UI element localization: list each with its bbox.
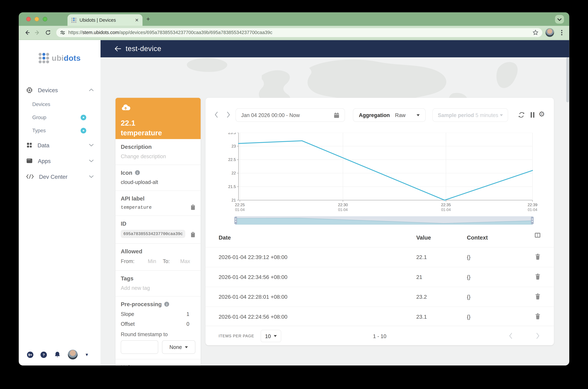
grid-icon <box>26 142 32 148</box>
navigator-right-handle[interactable] <box>531 217 534 224</box>
kebab-menu-icon <box>561 30 562 36</box>
sidebar-subitem-devices[interactable]: Devices <box>19 98 101 111</box>
copy-clipboard-icon[interactable] <box>191 232 195 238</box>
page-previous-icon[interactable] <box>509 332 513 339</box>
chart-card: Jan 04 2026 00:00 - Now Aggregation Raw <box>206 98 554 345</box>
icon-value[interactable]: cloud-upload-alt <box>121 179 195 185</box>
preprocessing-section: Pre-processing i Slope 1 Offset 0 Round … <box>115 296 201 359</box>
columns-icon[interactable] <box>535 233 541 238</box>
api-label-value[interactable]: temperature <box>121 205 195 210</box>
chart-range-navigator[interactable] <box>236 216 533 225</box>
trash-icon[interactable] <box>535 293 540 299</box>
allowed-to-value[interactable]: Max <box>180 258 190 264</box>
info-icon: i <box>135 170 140 175</box>
page-scrollbar-thumb[interactable] <box>566 57 569 102</box>
screen: Ubidots | Devices ✕ + <box>0 0 588 389</box>
navigator-left-handle[interactable] <box>234 217 237 224</box>
chevron-left-icon[interactable] <box>214 111 218 118</box>
allowed-from-label: From: <box>121 258 135 264</box>
aggregation-select[interactable]: Aggregation Raw <box>353 108 426 122</box>
sidebar-item-data[interactable]: Data <box>19 137 101 153</box>
tab-close-icon[interactable]: ✕ <box>135 18 139 23</box>
browser-menu-button[interactable] <box>556 27 567 38</box>
sidebar-item-label: Devices <box>38 87 58 93</box>
trash-icon[interactable] <box>535 273 540 280</box>
table-row[interactable]: 2026-01-04 22:28:01 +08:00 23.2 {} <box>206 287 554 307</box>
browser-profile-avatar[interactable] <box>545 28 554 37</box>
sidebar-nav: Devices Devices Group ★ Types ★ <box>19 82 101 184</box>
forward-arrow-icon <box>35 30 40 36</box>
id-value[interactable]: 695a78385534237700caa39c <box>121 230 185 238</box>
browser-toolbar: https://stem.ubidots.com/app/devices/695… <box>19 26 569 40</box>
description-placeholder[interactable]: Change description <box>121 153 195 159</box>
new-tab-button[interactable]: + <box>146 15 150 23</box>
table-row[interactable]: 2026-01-04 22:24:56 +08:00 23.1 {} <box>206 307 554 326</box>
allowed-label: Allowed <box>121 248 195 255</box>
user-menu-caret-icon[interactable]: ▼ <box>85 352 89 357</box>
forward-button[interactable] <box>32 27 43 38</box>
cell-value: 22.1 <box>416 254 427 260</box>
offset-value[interactable]: 0 <box>186 321 189 327</box>
date-range-picker[interactable]: Jan 04 2026 00:00 - Now <box>236 108 345 122</box>
offset-label: Offset <box>121 321 135 327</box>
sidebar-subitem-types[interactable]: Types ★ <box>19 124 101 137</box>
bookmark-star-icon[interactable] <box>533 30 539 36</box>
sidebar-subitem-group[interactable]: Group ★ <box>19 111 101 124</box>
svg-text:01-04: 01-04 <box>235 208 245 212</box>
chip-icon <box>26 87 33 93</box>
back-arrow-icon[interactable] <box>114 46 121 51</box>
table-row[interactable]: 2026-01-04 22:39:12 +08:00 22.1 {} <box>206 247 554 267</box>
sidebar-subitem-label: Group <box>32 115 46 120</box>
column-header-value[interactable]: Value <box>416 234 431 241</box>
svg-text:01-04: 01-04 <box>528 208 537 212</box>
svg-text:23: 23 <box>232 144 236 148</box>
sidebar-item-apps[interactable]: Apps <box>19 153 101 169</box>
table-row[interactable]: 2026-01-04 22:34:56 +08:00 21 {} <box>206 267 554 287</box>
sidebar-item-dev-center[interactable]: Dev Center <box>19 169 101 184</box>
cell-value: 23.2 <box>416 294 427 300</box>
sample-period-select[interactable]: Sample period 5 minutes <box>432 108 508 122</box>
cell-date: 2026-01-04 22:39:12 +08:00 <box>219 254 287 260</box>
description-label: Description <box>121 144 195 150</box>
browser-tab[interactable]: Ubidots | Devices ✕ <box>68 14 142 26</box>
bell-icon[interactable] <box>54 351 61 358</box>
slope-value[interactable]: 1 <box>186 311 189 317</box>
unit-section: Unit Add unit <box>115 359 201 365</box>
sidebar-footer: 9+ ? ▼ <box>27 350 89 359</box>
round-timestamp-select[interactable]: None <box>162 340 195 354</box>
pause-icon[interactable] <box>531 112 534 119</box>
sidebar-item-devices[interactable]: Devices <box>19 82 101 98</box>
aggregation-label: Aggregation <box>359 112 390 118</box>
url-bar[interactable]: https://stem.ubidots.com/app/devices/695… <box>56 28 542 37</box>
gear-icon[interactable]: ⚙ <box>539 110 545 118</box>
trash-icon[interactable] <box>535 313 540 319</box>
user-avatar[interactable] <box>68 350 78 359</box>
column-header-context[interactable]: Context <box>467 234 488 241</box>
notifications-count-badge[interactable]: 9+ <box>27 351 34 358</box>
refresh-icon[interactable] <box>518 112 525 118</box>
cell-context: {} <box>467 314 470 320</box>
column-header-date[interactable]: Date <box>219 234 231 241</box>
premium-star-badge: ★ <box>81 115 86 120</box>
cell-context: {} <box>467 254 470 260</box>
allowed-from-value[interactable]: Min <box>148 258 156 264</box>
browser-window: Ubidots | Devices ✕ + <box>19 12 569 365</box>
window-close-button[interactable] <box>26 17 31 21</box>
trash-icon[interactable] <box>535 253 540 260</box>
window-zoom-button[interactable] <box>43 17 47 21</box>
chevron-down-icon <box>89 159 94 162</box>
ubidots-logo[interactable]: ubidots <box>19 53 101 63</box>
help-button[interactable]: ? <box>40 351 47 358</box>
back-button[interactable] <box>22 27 32 38</box>
copy-clipboard-icon[interactable] <box>191 204 195 210</box>
reload-button[interactable] <box>43 27 53 38</box>
tags-placeholder[interactable]: Add new tag <box>121 285 195 291</box>
window-minimize-button[interactable] <box>35 17 39 21</box>
page-next-icon[interactable] <box>536 332 540 339</box>
chevron-right-icon[interactable] <box>227 111 230 118</box>
device-title: test-device <box>126 45 161 53</box>
tab-search-chevron-button[interactable] <box>555 15 564 24</box>
round-timestamp-input[interactable] <box>121 340 158 354</box>
svg-text:22.5: 22.5 <box>228 157 236 162</box>
round-timestamp-value: None <box>170 344 182 350</box>
